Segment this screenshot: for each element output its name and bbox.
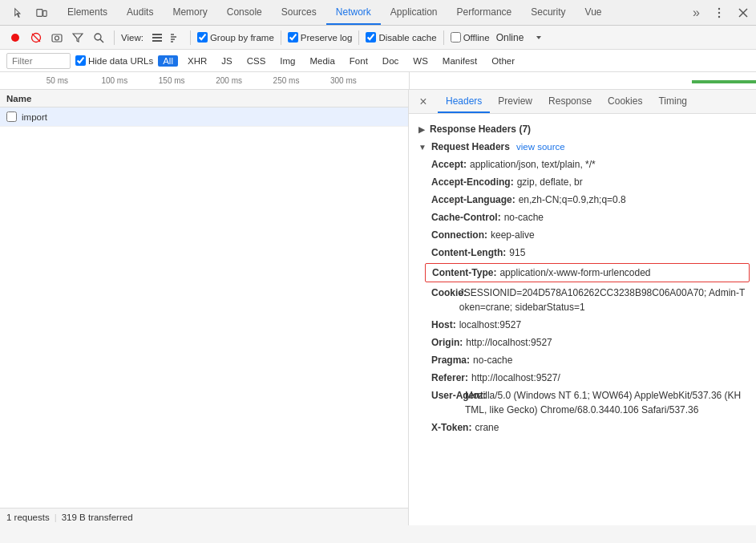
clear-button[interactable] [27, 29, 45, 47]
timeline-ruler: 50 ms 100 ms 150 ms 200 ms 250 ms 300 ms [0, 72, 409, 90]
request-row[interactable]: import [0, 107, 408, 127]
toolbar-sep-3 [281, 30, 281, 45]
response-headers-arrow: ▶ [418, 125, 425, 134]
timeline-right [409, 72, 756, 90]
header-val-3: no-cache [504, 210, 544, 225]
filter-button[interactable] [69, 29, 87, 47]
header-key-5: Content-Length: [431, 245, 506, 260]
details-tab-preview[interactable]: Preview [490, 90, 540, 113]
filter-all[interactable]: All [158, 55, 178, 67]
details-tab-response[interactable]: Response [540, 90, 600, 113]
status-separator: | [55, 513, 57, 522]
device-icon[interactable] [32, 3, 51, 22]
filter-css[interactable]: CSS [242, 55, 271, 67]
filter-js[interactable]: JS [216, 55, 237, 67]
details-tab-headers[interactable]: Headers [438, 90, 490, 113]
search-button[interactable] [90, 29, 107, 47]
offline-checkbox[interactable] [451, 32, 461, 43]
tab-application[interactable]: Application [381, 0, 447, 25]
group-by-frame-checkbox-group[interactable]: Group by frame [197, 32, 274, 43]
disable-cache-checkbox[interactable] [366, 32, 376, 43]
tab-console[interactable]: Console [217, 0, 272, 25]
svg-point-11 [55, 36, 59, 40]
header-entry-2: Accept-Language:en,zh-CN;q=0.9,zh;q=0.8 [409, 191, 756, 209]
tab-performance[interactable]: Performance [447, 0, 522, 25]
tick-300ms: 300 ms [330, 76, 357, 85]
view-source-link[interactable]: view source [516, 142, 565, 152]
details-tab-cookies[interactable]: Cookies [600, 90, 650, 113]
network-conditions-dropdown[interactable] [530, 29, 548, 47]
header-val-13: crane [475, 420, 499, 435]
camera-button[interactable] [48, 29, 66, 47]
details-close-button[interactable]: × [415, 94, 431, 110]
filter-media[interactable]: Media [305, 55, 340, 67]
filter-font[interactable]: Font [345, 55, 373, 67]
header-entry-11: Referer:http://localhost:9527/ [409, 369, 756, 387]
devtools-menu-button[interactable] [706, 6, 732, 19]
more-tabs-button[interactable]: » [686, 6, 706, 20]
close-devtools-button[interactable] [734, 3, 753, 22]
header-entry-5: Content-Length:915 [409, 244, 756, 261]
toolbar-sep-5 [443, 30, 444, 45]
request-headers-section[interactable]: ▼ Request Headers view source [409, 138, 756, 156]
header-val-5: 915 [509, 245, 525, 260]
timeline-bar: 50 ms 100 ms 150 ms 200 ms 250 ms 300 ms [0, 72, 756, 90]
toolbar-sep-1 [114, 30, 115, 45]
tab-network[interactable]: Network [326, 0, 381, 25]
tab-elements[interactable]: Elements [58, 0, 117, 25]
devtools-icons [3, 3, 58, 22]
filter-img[interactable]: Img [275, 55, 300, 67]
inspect-icon[interactable] [10, 3, 29, 22]
header-entry-8: Host:localhost:9527 [409, 316, 756, 334]
header-key-9: Origin: [431, 335, 463, 350]
header-key-13: X-Token: [431, 420, 471, 435]
header-entry-6: Content-Type:application/x-www-form-urle… [425, 263, 750, 282]
svg-point-7 [11, 34, 19, 42]
header-val-7: JSESSIONID=204D578A106262CC3238B98C06A00… [459, 286, 746, 314]
header-key-7: Cookie: [431, 286, 456, 300]
header-key-6: Content-Type: [432, 265, 496, 280]
filter-row: Hide data URLs All XHR JS CSS Img Media … [0, 50, 756, 72]
filter-manifest[interactable]: Manifest [438, 55, 482, 67]
filter-doc[interactable]: Doc [378, 55, 403, 67]
requests-list[interactable]: import [0, 107, 408, 508]
hide-data-urls-checkbox[interactable] [75, 55, 86, 66]
header-val-9: http://localhost:9527 [466, 335, 552, 350]
filter-xhr[interactable]: XHR [183, 55, 212, 67]
header-entry-9: Origin:http://localhost:9527 [409, 334, 756, 351]
list-view-icon[interactable] [148, 29, 166, 47]
request-headers-arrow: ▼ [418, 143, 427, 152]
details-content[interactable]: ▶ Response Headers (7) ▼ Request Headers… [409, 114, 756, 525]
header-key-10: Pragma: [431, 353, 470, 367]
preserve-log-checkbox[interactable] [288, 32, 298, 43]
tick-250ms: 250 ms [273, 76, 300, 85]
header-val-6: application/x-www-form-urlencoded [499, 265, 650, 280]
group-by-frame-checkbox[interactable] [197, 32, 208, 43]
header-val-0: application/json, text/plain, */* [470, 157, 596, 172]
tab-sources[interactable]: Sources [272, 0, 326, 25]
svg-rect-16 [152, 40, 162, 42]
preserve-log-checkbox-group[interactable]: Preserve log [288, 32, 353, 43]
hide-data-urls-group[interactable]: Hide data URLs [75, 55, 153, 66]
svg-point-12 [95, 34, 101, 40]
tick-150ms: 150 ms [159, 76, 185, 85]
tab-memory[interactable]: Memory [163, 0, 216, 25]
network-toolbar: View: Group by frame Preserve log [0, 26, 756, 50]
waterfall-view-icon[interactable] [166, 29, 184, 47]
header-val-1: gzip, deflate, br [517, 175, 583, 189]
header-val-11: http://localhost:9527/ [471, 371, 560, 385]
details-tabs: × Headers Preview Response Cookies Timin… [409, 90, 756, 114]
filter-input[interactable] [6, 53, 71, 69]
tab-audits[interactable]: Audits [117, 0, 163, 25]
response-headers-section[interactable]: ▶ Response Headers (7) [409, 120, 756, 138]
request-checkbox[interactable] [6, 111, 17, 122]
filter-other[interactable]: Other [487, 55, 519, 67]
disable-cache-checkbox-group[interactable]: Disable cache [366, 32, 436, 43]
tab-vue[interactable]: Vue [576, 0, 612, 25]
tab-security[interactable]: Security [521, 0, 575, 25]
record-button[interactable] [6, 29, 24, 47]
filter-ws[interactable]: WS [408, 55, 433, 67]
details-tab-timing[interactable]: Timing [650, 90, 695, 113]
header-entry-1: Accept-Encoding:gzip, deflate, br [409, 173, 756, 191]
offline-checkbox-group[interactable]: Offline [451, 32, 490, 43]
